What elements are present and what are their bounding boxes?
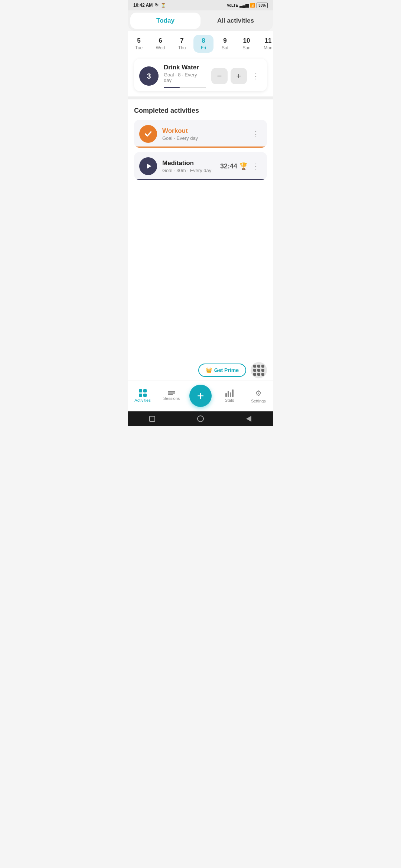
meditation-card-inner: Meditation Goal · 30m · Every day 32:44 … [139,157,262,175]
android-back-button[interactable] [244,414,253,423]
tab-bar: Today All activities [128,10,273,31]
tab-all-activities[interactable]: All activities [200,13,271,29]
nav-settings[interactable]: ⚙ Settings [244,383,273,408]
meditation-info: Meditation Goal · 30m · Every day [162,160,215,173]
nav-sessions-label: Sessions [163,396,180,401]
nav-activities-label: Activities [134,398,150,402]
activity-section: 3 Drink Water Goal · 8 · Every day − + ⋮ [128,55,273,96]
workout-icon [139,125,157,143]
drink-water-progress-fill [164,87,180,88]
bottom-nav: Activities Sessions + Stats [128,381,273,411]
calendar-day-10[interactable]: 10 Sun [237,35,257,53]
battery-icon: 33% [257,3,268,8]
increment-button[interactable]: + [231,68,247,84]
settings-icon: ⚙ [255,389,262,398]
tab-today[interactable]: Today [130,13,200,29]
svg-marker-0 [147,164,151,168]
meditation-right: 32:44 🏆 ⋮ [220,160,262,172]
nav-activities[interactable]: Activities [128,383,157,408]
workout-right: ⋮ [250,128,262,140]
calendar-day-5[interactable]: 5 Tue [129,35,149,53]
meditation-icon [139,157,157,175]
crown-icon: 👑 [206,367,212,373]
meditation-name: Meditation [162,160,215,167]
nav-stats-label: Stats [225,398,234,402]
calendar-day-11[interactable]: 11 Mon [258,35,273,53]
meditation-goal: Goal · 30m · Every day [162,168,215,173]
nav-settings-label: Settings [251,399,266,403]
android-home-button[interactable] [196,414,205,423]
status-time: 10:42 AM [133,3,153,8]
drink-water-progress-track [164,87,206,88]
nav-sessions[interactable]: Sessions [157,383,186,408]
main-spacer [128,285,273,359]
decrement-button[interactable]: − [211,68,228,84]
workout-name: Workout [162,127,245,135]
hourglass-icon: ⏳ [161,3,166,8]
bottom-nav-container: Activities Sessions + Stats [128,381,273,411]
trophy-icon: 🏆 [239,162,248,170]
status-bar: 10:42 AM ↻ ⏳ VoLTE ▂▄▆ 📶 33% [128,0,273,10]
completed-title: Completed activities [134,107,267,115]
calendar-day-9[interactable]: 9 Sat [215,35,235,53]
bottom-actions: 👑 Get Prime [128,359,273,381]
play-icon [145,162,153,170]
calendar-day-8[interactable]: 8 Fri [193,35,213,53]
wifi-icon: 📶 [250,3,255,8]
calendar-day-6[interactable]: 6 Wed [150,35,170,53]
sessions-icon [168,391,175,395]
add-activity-button[interactable]: + [189,385,212,407]
drink-water-more-button[interactable]: ⋮ [250,70,262,82]
android-nav-bar [128,411,273,426]
section-divider [128,96,273,99]
workout-goal: Goal · Every day [162,135,245,141]
drink-water-goal: Goal · 8 · Every day [164,72,206,83]
stats-icon [225,389,234,397]
volte-icon: VoLTE [227,3,238,7]
signal-icon: ▂▄▆ [239,3,248,8]
meditation-more-button[interactable]: ⋮ [250,160,262,172]
get-prime-button[interactable]: 👑 Get Prime [198,364,246,377]
meditation-timer: 32:44 [220,162,237,170]
status-right: VoLTE ▂▄▆ 📶 33% [227,3,268,8]
activities-icon [139,389,147,397]
check-icon [143,129,153,139]
drink-water-controls: − + ⋮ [211,68,262,84]
workout-progress-bar [134,147,267,148]
drink-water-name: Drink Water [164,64,206,71]
grid-icon [253,365,264,376]
rotate-icon: ↻ [155,3,159,8]
completed-section: Completed activities Workout Goal · Ever… [128,99,273,285]
workout-info: Workout Goal · Every day [162,127,245,141]
drink-water-card: 3 Drink Water Goal · 8 · Every day − + ⋮ [134,59,267,91]
workout-more-button[interactable]: ⋮ [250,128,262,140]
workout-card-inner: Workout Goal · Every day ⋮ [139,125,262,143]
status-left: 10:42 AM ↻ ⏳ [133,3,166,8]
workout-card: Workout Goal · Every day ⋮ [134,120,267,148]
drink-water-info: Drink Water Goal · 8 · Every day [164,64,206,88]
calendar-day-7[interactable]: 7 Thu [172,35,192,53]
nav-fab-placeholder: + [186,383,215,408]
android-square-button[interactable] [148,414,157,423]
calendar-strip: 5 Tue 6 Wed 7 Thu 8 Fri 9 Sat 10 Sun 11 … [128,31,273,55]
meditation-card: Meditation Goal · 30m · Every day 32:44 … [134,152,267,180]
nav-stats[interactable]: Stats [215,383,244,408]
drink-water-icon: 3 [139,66,159,86]
meditation-progress-bar [134,179,267,180]
grid-button[interactable] [251,362,267,378]
